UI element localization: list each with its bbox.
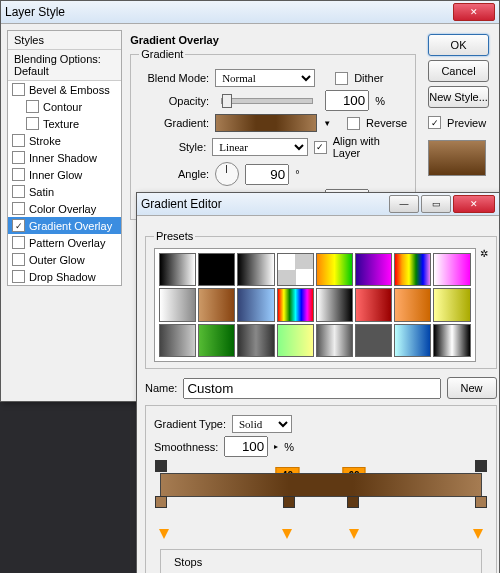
style-item-checkbox[interactable] (26, 117, 39, 130)
preset-swatch[interactable] (433, 324, 470, 357)
presets-menu-icon[interactable]: ✲ (480, 248, 488, 362)
preset-swatch[interactable] (198, 288, 235, 321)
preview-checkbox[interactable]: ✓ (428, 116, 441, 129)
ok-button[interactable]: OK (428, 34, 489, 56)
preset-swatch[interactable] (433, 253, 470, 286)
opacity-slider[interactable] (221, 98, 313, 104)
presets-label: Presets (154, 230, 195, 242)
preset-swatch[interactable] (159, 253, 196, 286)
preset-swatch[interactable] (433, 288, 470, 321)
style-item[interactable]: Inner Glow (8, 166, 121, 183)
arrow-down-icon (473, 529, 483, 539)
preset-swatch[interactable] (237, 324, 274, 357)
arrow-down-icon (349, 529, 359, 539)
style-item[interactable]: Bevel & Emboss (8, 81, 121, 98)
blend-mode-select[interactable]: Normal (215, 69, 315, 87)
style-item[interactable]: Drop Shadow (8, 268, 121, 285)
smoothness-input[interactable] (224, 436, 268, 457)
style-item-checkbox[interactable] (12, 270, 25, 283)
blending-options[interactable]: Blending Options: Default (8, 50, 121, 81)
preset-swatch[interactable] (159, 324, 196, 357)
opacity-stop[interactable] (155, 460, 167, 472)
style-item-checkbox[interactable]: ✓ (12, 219, 25, 232)
style-item-checkbox[interactable] (12, 151, 25, 164)
preset-swatch[interactable] (394, 324, 431, 357)
preset-swatch[interactable] (316, 288, 353, 321)
close-icon[interactable]: ✕ (453, 195, 495, 213)
reverse-checkbox[interactable] (347, 117, 360, 130)
style-item[interactable]: Outer Glow (8, 251, 121, 268)
color-stop[interactable] (283, 496, 295, 508)
style-item[interactable]: Texture (8, 115, 121, 132)
opacity-stop[interactable] (475, 460, 487, 472)
layer-style-title: Layer Style (5, 5, 65, 19)
color-stop[interactable] (155, 496, 167, 508)
stops-group: Stops Opacity: ▸% Location: % Delete Col… (160, 549, 482, 573)
align-checkbox[interactable]: ✓ (314, 141, 327, 154)
style-item[interactable]: Stroke (8, 132, 121, 149)
style-item-checkbox[interactable] (12, 185, 25, 198)
opacity-label: Opacity: (139, 95, 209, 107)
style-item-checkbox[interactable] (12, 236, 25, 249)
name-label: Name: (145, 382, 177, 394)
preset-swatch[interactable] (198, 324, 235, 357)
new-style-button[interactable]: New Style... (428, 86, 489, 108)
new-button[interactable]: New (447, 377, 497, 399)
gradient-editor-buttons: OK Cancel Load... Save... (497, 224, 500, 573)
style-item-checkbox[interactable] (12, 134, 25, 147)
preset-swatch[interactable] (394, 253, 431, 286)
gradient-editor-title: Gradient Editor (141, 197, 222, 211)
style-item-label: Bevel & Emboss (29, 84, 110, 96)
style-item[interactable]: ✓Gradient Overlay (8, 217, 121, 234)
preset-swatch[interactable] (237, 253, 274, 286)
styles-list: Styles Blending Options: Default Bevel &… (7, 30, 122, 286)
gradient-editor-titlebar[interactable]: Gradient Editor — ▭ ✕ (137, 193, 499, 216)
style-item[interactable]: Color Overlay (8, 200, 121, 217)
gradient-swatch[interactable] (215, 114, 317, 132)
style-item-checkbox[interactable] (12, 202, 25, 215)
style-item[interactable]: Pattern Overlay (8, 234, 121, 251)
color-stop[interactable] (475, 496, 487, 508)
preset-swatch[interactable] (355, 253, 392, 286)
opacity-input[interactable] (325, 90, 369, 111)
gradient-editor-window: Gradient Editor — ▭ ✕ Presets ✲ Name: Ne… (136, 192, 500, 573)
color-stop[interactable] (347, 496, 359, 508)
style-item-checkbox[interactable] (12, 253, 25, 266)
preset-swatch[interactable] (355, 288, 392, 321)
dither-checkbox[interactable] (335, 72, 348, 85)
style-item-checkbox[interactable] (12, 83, 25, 96)
gradient-label: Gradient: (139, 117, 209, 129)
stops-label: Stops (171, 556, 205, 568)
maximize-icon[interactable]: ▭ (421, 195, 451, 213)
style-item[interactable]: Satin (8, 183, 121, 200)
angle-dial[interactable] (215, 162, 239, 186)
preset-swatch[interactable] (277, 324, 314, 357)
gradient-bar[interactable] (160, 473, 482, 497)
preset-swatch[interactable] (159, 288, 196, 321)
preset-swatch[interactable] (237, 288, 274, 321)
preset-swatch[interactable] (277, 288, 314, 321)
layer-style-titlebar[interactable]: Layer Style ✕ (1, 1, 499, 24)
gradient-type-select[interactable]: Solid (232, 415, 292, 433)
style-item-checkbox[interactable] (26, 100, 39, 113)
preview-label: Preview (447, 117, 486, 129)
styles-header[interactable]: Styles (8, 31, 121, 50)
preset-swatch[interactable] (316, 253, 353, 286)
close-icon[interactable]: ✕ (453, 3, 495, 21)
style-item[interactable]: Inner Shadow (8, 149, 121, 166)
angle-input[interactable] (245, 164, 289, 185)
cancel-button[interactable]: Cancel (428, 60, 489, 82)
preset-swatch[interactable] (394, 288, 431, 321)
reverse-label: Reverse (366, 117, 407, 129)
style-select[interactable]: Linear (212, 138, 308, 156)
preset-swatch[interactable] (355, 324, 392, 357)
preset-swatch[interactable] (316, 324, 353, 357)
style-item-label: Drop Shadow (29, 271, 96, 283)
preset-swatch[interactable] (198, 253, 235, 286)
style-item-checkbox[interactable] (12, 168, 25, 181)
style-item[interactable]: Contour (8, 98, 121, 115)
name-input[interactable] (183, 378, 440, 399)
minimize-icon[interactable]: — (389, 195, 419, 213)
preset-swatch[interactable] (277, 253, 314, 286)
style-item-label: Color Overlay (29, 203, 96, 215)
